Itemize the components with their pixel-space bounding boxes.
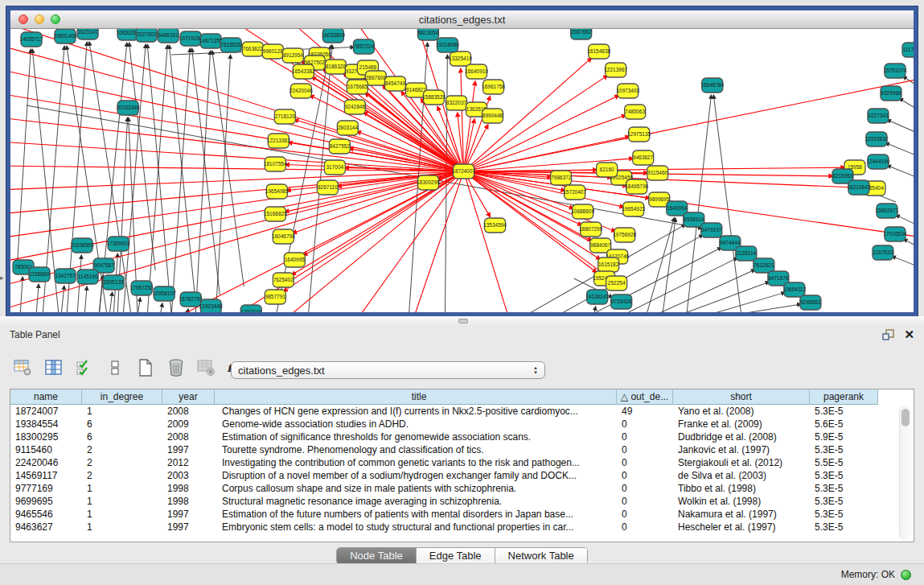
graph-edge[interactable] (892, 256, 914, 270)
table-cell[interactable]: 9465546 (10, 508, 82, 521)
column-header-short[interactable]: short (673, 389, 810, 405)
graph-node[interactable]: 9115460 (647, 166, 668, 180)
window-zoom-button[interactable] (51, 14, 60, 24)
graph-edge[interactable] (147, 44, 171, 312)
graph-edge[interactable] (679, 282, 770, 312)
table-cell[interactable]: 0 (617, 418, 673, 431)
table-cell[interactable]: 5.5E-5 (810, 456, 878, 469)
graph-edge[interactable] (20, 277, 23, 312)
delete-table-button[interactable] (196, 358, 217, 377)
graph-edge[interactable] (17, 49, 31, 270)
graph-edge[interactable] (594, 307, 596, 312)
graph-edge[interactable] (10, 171, 464, 286)
table-cell[interactable]: 0 (617, 431, 673, 443)
table-cell[interactable]: 1998 (162, 482, 215, 495)
table-cell[interactable]: Tibbo et al. (1998) (673, 482, 810, 495)
graph-node[interactable]: 16033809 (322, 29, 345, 43)
table-cell[interactable]: 6 (82, 431, 162, 443)
graph-node[interactable]: 8186328 (325, 60, 346, 74)
graph-node[interactable]: 20891406 (54, 29, 77, 43)
column-header-name[interactable]: name (10, 389, 82, 405)
graph-node[interactable]: 317004 (324, 160, 345, 175)
graph-node[interactable]: 12975135 (627, 127, 651, 142)
graph-node[interactable]: 9245652 (800, 295, 821, 310)
table-cell[interactable]: 1997 (162, 443, 215, 456)
graph-node[interactable]: 14671355 (199, 34, 223, 48)
graph-node[interactable]: 62160 (597, 163, 618, 177)
graph-node[interactable]: 16648784 (700, 78, 724, 93)
side-panel-collapse-arrow[interactable]: ▸ (0, 274, 4, 282)
graph-node[interactable]: 9857791 (265, 290, 285, 304)
graph-node[interactable]: 8267110 (317, 180, 338, 195)
table-cell[interactable]: 0 (617, 443, 673, 456)
window-close-button[interactable] (18, 14, 28, 24)
table-settings-button[interactable] (13, 358, 34, 377)
graph-edge[interactable] (647, 218, 675, 312)
graph-node[interactable]: 15720407 (563, 185, 586, 200)
graph-edge[interactable] (464, 81, 475, 171)
graph-node[interactable]: 1505135 (103, 275, 124, 290)
graph-node[interactable]: 14055717 (20, 32, 43, 47)
graph-node[interactable]: 1117534 (902, 43, 914, 57)
table-cell[interactable]: 2 (82, 443, 162, 456)
graph-node[interactable]: 16782759 (179, 292, 203, 307)
table-cell[interactable]: 5.9E-5 (810, 431, 878, 443)
table-cell[interactable]: Tourette syndrome. Phenomenology and cla… (215, 443, 617, 456)
graph-node[interactable]: 2718120 (274, 109, 295, 124)
graph-node[interactable]: 16543382 (292, 64, 315, 79)
graph-edge[interactable] (663, 218, 676, 312)
network-canvas[interactable]: 1872400776638229960128891295418226058982… (10, 29, 914, 312)
table-cell[interactable]: 5.3E-5 (810, 482, 878, 495)
table-cell[interactable]: Wolkin et al. (1998) (673, 495, 810, 508)
graph-edge[interactable] (903, 76, 914, 93)
table-cell[interactable]: Jankovic et al. (1997) (673, 443, 810, 456)
delete-column-button[interactable] (166, 358, 187, 377)
float-panel-icon[interactable] (881, 328, 896, 341)
graph-node[interactable]: 19218986 (436, 38, 459, 52)
column-header-pagerank[interactable]: pagerank (810, 389, 878, 405)
table-row[interactable]: 911546021997Tourette syndrome. Phenomeno… (10, 443, 914, 456)
table-row[interactable]: 1456911722003Disruption of a novel membe… (10, 469, 914, 482)
table-cell[interactable]: 22420046 (10, 456, 82, 469)
table-cell[interactable]: de Silva et al. (2003) (673, 469, 810, 482)
graph-edge[interactable] (885, 143, 914, 160)
table-cell[interactable]: Hescheler et al. (1997) (673, 521, 810, 534)
graph-node[interactable]: 1615182 (598, 257, 619, 272)
table-cell[interactable]: 0 (617, 456, 673, 469)
graph-node[interactable]: 8454749 (384, 76, 405, 91)
graph-node[interactable]: 2867608 (365, 71, 386, 85)
tab-node-table[interactable]: Node Table (337, 548, 417, 564)
table-cell[interactable]: 1 (82, 405, 162, 418)
table-cell[interactable]: 5.3E-5 (810, 521, 878, 534)
column-header-in-degree[interactable]: in_degree (82, 389, 162, 405)
graph-node[interactable]: 19756928 (613, 228, 636, 242)
table-cell[interactable]: 2003 (162, 469, 215, 482)
graph-edge[interactable] (899, 98, 914, 116)
graph-node[interactable]: 18807299 (579, 222, 602, 237)
column-header-out-degree[interactable]: △ out_de... (617, 389, 673, 405)
graph-node[interactable]: 15883520 (422, 90, 446, 105)
table-cell[interactable]: 14569117 (10, 469, 82, 482)
graph-edge[interactable] (707, 292, 786, 312)
graph-edge[interactable] (171, 48, 190, 312)
graph-node[interactable]: 17957253 (130, 281, 154, 295)
column-header-title[interactable]: title (215, 389, 617, 405)
graph-edge[interactable] (147, 45, 167, 312)
graph-node[interactable]: 16640910 (465, 64, 488, 79)
row-height-button[interactable] (105, 358, 125, 377)
table-row[interactable]: 969969511998Structural magnetic resonanc… (10, 495, 914, 508)
table-cell[interactable]: 5.3E-5 (810, 508, 878, 521)
graph-hub-node[interactable]: 18724007 (452, 164, 475, 179)
network-window-titlebar[interactable]: citations_edges.txt (10, 10, 914, 29)
graph-edge[interactable] (887, 120, 914, 138)
memory-status-led[interactable] (901, 570, 911, 580)
table-cell[interactable]: Nakamura et al. (1997) (673, 508, 810, 521)
table-cell[interactable]: 2008 (162, 405, 215, 418)
table-cell[interactable]: 0 (617, 495, 673, 508)
table-cell[interactable]: Estimation of the future numbers of pati… (215, 508, 617, 521)
graph-node[interactable]: 16210643 (847, 180, 870, 195)
graph-edge[interactable] (84, 286, 87, 312)
table-cell[interactable]: 18724007 (10, 405, 82, 418)
graph-node[interactable]: 7857224 (353, 39, 374, 54)
graph-node[interactable]: 18495796 (625, 179, 648, 194)
